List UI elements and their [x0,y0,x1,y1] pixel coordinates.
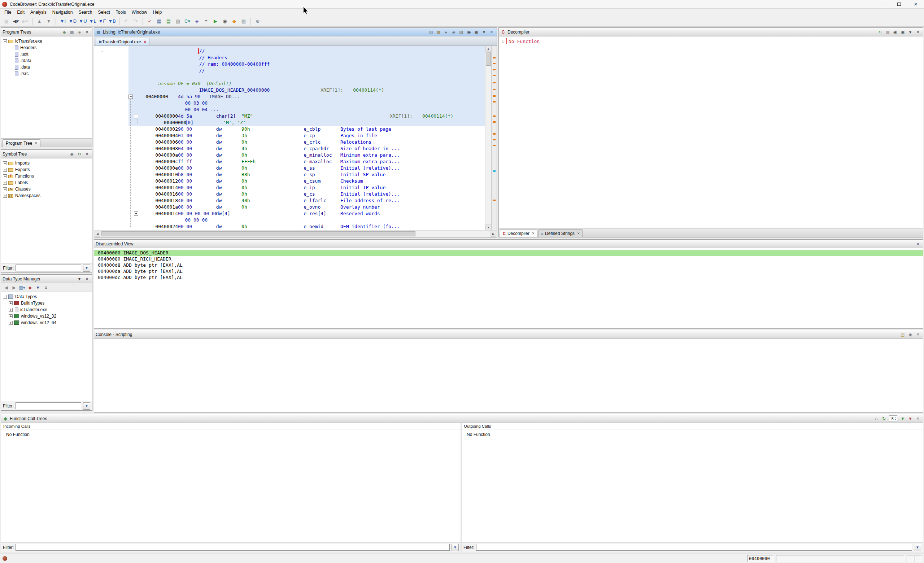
close-button[interactable]: × [908,0,924,8]
close-icon[interactable]: × [577,231,580,236]
resize-grip[interactable] [915,555,922,562]
listing-rows[interactable]: //// Headers// ram: 00400000-00400fff//a… [129,46,485,230]
listing-row[interactable]: // [129,67,485,74]
cursor-arrow-icon[interactable]: ▸ [442,28,450,36]
expand-icon[interactable]: + [3,181,7,185]
script-manager-icon[interactable]: ≡ [202,17,210,25]
paste-icon[interactable]: ▤ [435,28,442,36]
listing-row[interactable]: −004000004d 5a 90IMAGE_DO... [129,93,485,100]
listing-row[interactable] [129,74,485,81]
run-script-icon[interactable]: ▶ [211,17,220,25]
recursion-depth-spinner[interactable]: 5 ▴▾ [889,415,897,422]
tree-item-ictransfer-exe[interactable]: −icTransfer.exe [1,38,92,44]
dropdown-icon[interactable]: ▾ [480,28,488,36]
back-icon[interactable]: ◀ [3,284,10,291]
dropdown-icon[interactable]: ▾ [76,276,83,283]
filter-options-icon[interactable]: ▼ [914,544,921,551]
console-output[interactable] [94,339,923,412]
filter-incoming-icon[interactable]: ▼ [899,415,906,422]
overview-mark[interactable] [493,75,496,76]
highlight-icon[interactable]: ◈ [450,28,457,36]
disasm-rows[interactable]: 00400000 IMAGE_DOS_HEADER00400080 IMAGE_… [94,248,923,328]
next-function-icon[interactable]: ▼ [44,17,53,25]
listing-row[interactable]: // Headers [129,54,485,61]
close-icon[interactable]: × [914,331,921,338]
overview-mark[interactable] [493,89,496,90]
close-icon[interactable]: × [34,141,37,146]
overview-mark[interactable] [493,82,496,83]
tree-item-no-function[interactable]: No Function [467,432,490,437]
scroll-lock-icon[interactable]: ▤ [899,331,906,338]
clear-code-icon[interactable]: C▾ [183,17,192,25]
tree-item-functions[interactable]: +Functions [1,173,92,180]
scroll-up-icon[interactable]: ▲ [486,46,491,52]
listing-row[interactable]: 0040001600 00dw0he_csInitial (relative).… [129,191,485,198]
camera-icon[interactable]: ◉ [891,28,899,36]
listing-row[interactable]: −004000004d 5achar[2]"MZ"XREF[1]:0040011… [129,113,485,120]
copy-icon[interactable]: ▥ [884,28,891,36]
margin-marker-icon[interactable]: ▨ [458,28,465,36]
expand-icon[interactable]: + [3,174,7,178]
tree-item-no-function[interactable]: No Function [6,432,30,437]
goto-icon[interactable]: ◈ [76,28,83,36]
copy-icon[interactable]: ▥ [428,28,435,36]
expand-icon[interactable]: + [3,168,7,172]
forward-icon[interactable]: ▶ [10,284,18,291]
overview-mark[interactable] [493,121,496,123]
disasm-row[interactable]: 004000dc ADD byte ptr [EAX],AL [94,274,923,280]
listing-row[interactable]: 0040000a00 00dw0he_minallocMinimum extra… [129,152,485,159]
tree-item-data[interactable]: .data [1,64,92,70]
outgoing-calls-tree[interactable]: No Function [462,430,923,542]
menu-edit[interactable]: Edit [14,9,27,15]
tab-ictransferoriginal-exe[interactable]: icTransferOriginal.exe × [96,38,149,45]
listing-row[interactable]: 0040000403 00dw3he_cpPages in file [129,132,485,139]
camera-icon[interactable]: ◉ [465,28,472,36]
listing-row[interactable]: 0040000804 00dw4he_cparhdrSize of header… [129,145,485,152]
overview-mark[interactable] [493,63,496,64]
scroll-left-icon[interactable]: ◀ [94,231,100,237]
expand-icon[interactable]: + [3,194,7,198]
breakpoint-icon[interactable]: ◆ [230,17,238,25]
listing-row[interactable]: // ram: 00400000-00400fff [129,61,485,67]
preview-icon[interactable]: ≡ [42,284,50,291]
tree-item-rsrc[interactable]: .rsrc [1,70,92,77]
listing-horizontal-scrollbar[interactable]: ◀ ▶ [94,230,496,237]
expand-icon[interactable]: + [9,308,13,312]
expand-icon[interactable]: + [9,301,13,305]
bookmarks-icon[interactable]: ◈ [192,17,201,25]
collapse-icon[interactable]: − [129,94,133,99]
outgoing-calls-filter-input[interactable] [476,544,912,551]
listing-row[interactable]: 00 00 00 [129,217,485,223]
listing-row[interactable]: 0040001400 00dw0he_ipInitial IP value [129,184,485,191]
listing-row[interactable]: 0040000290 00dw90he_cblpBytes of last pa… [129,126,485,132]
tab-program-tree[interactable]: Program Tree × [3,139,40,147]
tree-item-labels[interactable]: +Labels [1,180,92,186]
overview-mark[interactable] [493,145,496,146]
expand-icon[interactable]: + [9,321,13,325]
menu-select[interactable]: Select [95,9,112,15]
listing-row[interactable]: 00400010b8 00dwB8he_spInitial SP value [129,171,485,178]
overview-mark[interactable] [493,57,496,58]
overview-mark[interactable] [493,133,496,135]
filter-outgoing-icon[interactable]: ▼ [907,415,914,422]
listing-row[interactable]: 0040002400 00dw0he_oemidOEM identifier (… [129,223,485,230]
listing-row[interactable]: 0040000e00 00dw0he_ssInitial (relative).… [129,165,485,171]
byte-viewer-icon[interactable]: ▨ [239,17,248,25]
tab-decompiler[interactable]: CDecompiler× [500,229,537,237]
decompiler-body[interactable]: 1 No Function [499,36,923,228]
expand-icon[interactable]: + [3,187,7,191]
expand-icon[interactable]: + [3,161,7,165]
tab-defined-strings[interactable]: ≡Defined Strings× [538,229,582,237]
save-icon[interactable]: ▣ [2,17,11,25]
tree-item-classes[interactable]: +Classes [1,186,92,192]
undo-icon[interactable]: ↶ [122,17,130,25]
listing-row[interactable]: assume DF = 0x0 (Default) [129,81,485,87]
close-icon[interactable]: × [914,415,921,422]
overview-mark[interactable] [493,199,496,201]
clone-icon[interactable]: ▣ [473,28,480,36]
listing-row[interactable]: 00 00 04 ... [129,106,485,113]
tree-item-windows-vs12-64[interactable]: +windows_vs12_64 [1,319,92,326]
dropdown-icon[interactable]: ▾ [907,28,914,36]
listing-row[interactable]: +0040001c00 00 00 00 00dw[4]e_res[4]Rese… [129,210,485,217]
memory-map-icon[interactable]: ▤ [164,17,173,25]
